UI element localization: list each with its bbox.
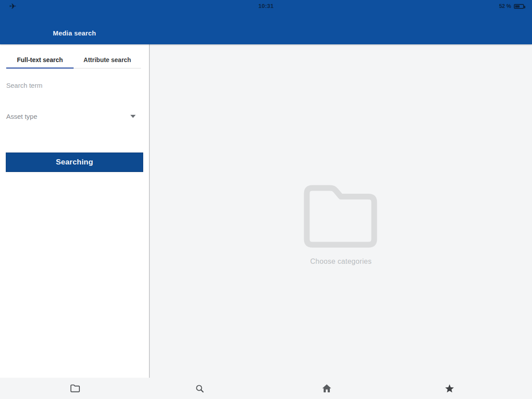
tab-indicator — [6, 67, 74, 69]
searching-button[interactable]: Searching — [6, 153, 143, 172]
nav-search-button[interactable] — [191, 379, 208, 397]
results-pane: Choose categories — [150, 44, 532, 399]
battery-fill — [515, 5, 520, 8]
asset-type-label: Asset type — [6, 113, 37, 120]
nav-categories-button[interactable] — [66, 379, 84, 397]
nav-favorites-button[interactable] — [441, 379, 458, 397]
empty-state-label: Choose categories — [150, 258, 532, 266]
battery-icon — [514, 4, 524, 9]
star-icon — [445, 384, 454, 393]
tab-fulltext-search[interactable]: Full-text search — [6, 51, 74, 69]
tab-label: Full-text search — [17, 56, 63, 63]
tab-attribute-search[interactable]: Attribute search — [74, 51, 141, 69]
folder-icon — [301, 184, 379, 249]
home-icon — [322, 384, 332, 393]
asset-type-dropdown[interactable]: Asset type — [6, 111, 137, 121]
app-screen: ✈ 10:31 52 % Media search Full-text sear… — [0, 0, 532, 399]
empty-state: Choose categories — [150, 44, 532, 399]
app-header: ✈ 10:31 52 % Media search — [0, 0, 532, 44]
search-icon — [195, 384, 204, 393]
search-term-input[interactable] — [6, 81, 135, 90]
battery-nub — [524, 6, 525, 8]
page-title: Media search — [0, 29, 149, 37]
bottom-navigation — [0, 378, 532, 399]
search-sidebar: Full-text search Attribute search Asset … — [0, 44, 149, 378]
tab-label: Attribute search — [83, 56, 131, 63]
nav-home-button[interactable] — [318, 379, 336, 397]
folder-icon — [70, 384, 80, 393]
status-clock: 10:31 — [0, 3, 532, 9]
search-tabs: Full-text search Attribute search — [6, 51, 141, 69]
chevron-down-icon — [130, 115, 136, 118]
sidebar-divider — [149, 44, 150, 378]
battery-status: 52 % — [499, 3, 524, 9]
tab-divider — [74, 68, 141, 69]
battery-percent-label: 52 % — [499, 3, 511, 9]
